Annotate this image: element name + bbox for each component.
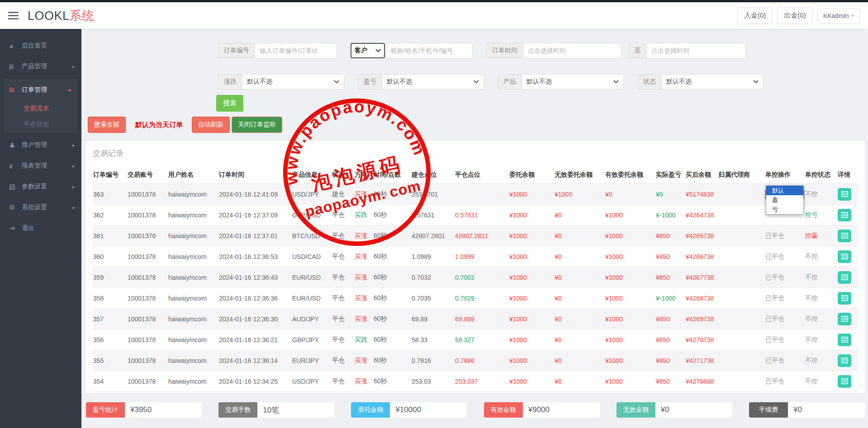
cell-account: 10001378	[128, 274, 156, 281]
cell-name: haiwaiymcom	[168, 191, 207, 198]
detail-button[interactable]	[838, 230, 851, 242]
chevron-right-icon: ▸	[72, 204, 75, 211]
cell-status: 平仓	[332, 273, 345, 281]
cell-account: 10001378	[128, 191, 156, 198]
detail-button[interactable]	[838, 313, 851, 325]
auto-refresh-button[interactable]: 自动刷新	[192, 117, 230, 133]
control-option-1[interactable]: 盈	[766, 195, 803, 205]
cell-name: haiwaiymcom	[168, 378, 207, 385]
detail-button[interactable]	[838, 354, 851, 367]
detail-button[interactable]	[838, 375, 851, 388]
time-start-input[interactable]	[523, 43, 621, 58]
detail-list-icon	[841, 337, 848, 343]
cell-open: 42807.2801	[412, 232, 445, 240]
sidebar-subitem-close-log[interactable]: 平仓日志	[4, 116, 78, 132]
column-header-close: 平仓点位	[455, 166, 509, 184]
deposit-button[interactable]: 入金(0)	[737, 7, 773, 24]
order-no-input[interactable]	[255, 43, 337, 58]
cell-state: 不控	[805, 294, 818, 301]
filter-select-0[interactable]: 默认不选	[242, 74, 344, 89]
sidebar-item-user-manage[interactable]: ♟用户管理▸	[0, 135, 81, 155]
sidebar-item-product-manage[interactable]: Ƀ产品管理▸	[0, 56, 81, 77]
cell-account: 10001378	[128, 315, 156, 323]
detail-list-icon	[841, 212, 848, 218]
cell-status: 平仓	[332, 377, 345, 385]
sidebar-subitem-trade-flow[interactable]: 交易流水	[4, 100, 78, 116]
withdraw-button[interactable]: 出金(0)	[777, 7, 812, 24]
cell-product: GBP/JPY	[292, 336, 319, 343]
search-button[interactable]: 搜索	[216, 95, 243, 112]
detail-button[interactable]	[838, 334, 851, 346]
cell-entrust: ¥1000	[509, 378, 527, 385]
detail-button[interactable]	[838, 209, 851, 221]
column-header-invalid: 无效委托余额	[554, 166, 605, 184]
chevron-right-icon: ▸	[72, 183, 75, 190]
cell-profit: ¥-1000	[656, 212, 676, 219]
cell-valid: ¥0	[605, 191, 612, 198]
cell-dir: 买涨	[355, 253, 367, 260]
sidebar-item-logout[interactable]: ⇥退出	[0, 218, 81, 239]
sidebar-item-system-settings[interactable]: ⚙系统设置▸	[0, 197, 81, 218]
cell-after: ¥5174838	[686, 191, 714, 198]
cell-after: ¥4267738	[686, 274, 714, 281]
time-end-input[interactable]	[646, 43, 746, 58]
table-row-360: 36010001378haiwaiymcom2024-01-16 12:36:5…	[93, 246, 858, 267]
user-menu-button[interactable]: KKadmin▾	[817, 8, 860, 24]
cell-name: haiwaiymcom	[168, 232, 207, 240]
chevron-down-icon: ▾	[851, 13, 854, 19]
cell-name: haiwaiymcom	[168, 212, 207, 219]
yen-icon: ¥	[9, 162, 20, 170]
cell-state: 控亏	[805, 211, 818, 218]
cell-entrust: ¥1000	[509, 315, 527, 323]
cell-name: haiwaiymcom	[168, 295, 207, 302]
cell-close: 0.57831	[455, 212, 478, 219]
cell-state: 不控	[805, 273, 818, 281]
cell-profit: ¥850	[656, 315, 670, 323]
column-header-after: 买后余额	[685, 166, 718, 184]
table-header-row: 订单编号交易账号用户姓名订单时间产品信息状态方向时间/点数建仓点位平仓点位委托余…	[93, 166, 858, 184]
column-header-name: 用户姓名	[168, 166, 218, 184]
cell-product: GBP/USD	[292, 212, 321, 219]
summary-group-3: 有效金额¥9000	[484, 402, 600, 418]
bitcoin-icon: Ƀ	[9, 63, 20, 71]
sidebar-item-dashboard-home[interactable]: ◕后台首页	[0, 35, 81, 56]
user-icon: ♟	[9, 141, 20, 149]
cell-account: 10001378	[128, 295, 156, 302]
detail-button[interactable]	[838, 250, 851, 263]
summary-group-4: 无效金额¥0	[617, 402, 732, 418]
today-orders-note[interactable]: 默认为当天订单	[135, 121, 183, 129]
sidebar-item-params-settings[interactable]: ▤参数设置▸	[0, 176, 81, 197]
cell-time: 2024-01-16 12:36:36	[219, 295, 278, 302]
detail-button[interactable]	[838, 188, 851, 201]
cell-dir: 买涨	[355, 294, 367, 301]
cell-product: AUD/JPY	[292, 315, 319, 323]
cell-invalid: ¥0	[555, 378, 562, 385]
control-option-2[interactable]: 亏	[766, 205, 803, 214]
hamburger-menu-icon[interactable]	[8, 12, 19, 19]
filter-select-2[interactable]: 默认不选	[522, 74, 624, 89]
search-all-button[interactable]: 搜索全部	[88, 117, 126, 133]
detail-list-icon	[841, 233, 848, 239]
filter-select-3[interactable]: 默认不选	[661, 74, 764, 89]
sidebar-item-order-manage[interactable]: ⧉订单管理▸	[4, 80, 78, 100]
detail-button[interactable]	[838, 271, 851, 284]
control-option-0[interactable]: 默认	[766, 186, 803, 195]
cell-op: 已平仓	[765, 273, 784, 281]
column-header-product: 产品信息	[292, 166, 332, 184]
cell-dir: 买涨	[355, 315, 367, 322]
sidebar-item-report-manage[interactable]: ¥报表管理▸	[0, 155, 81, 176]
cell-dir: 买涨	[355, 377, 367, 385]
close-monitor-button[interactable]: 关闭订单监听	[232, 117, 282, 133]
detail-button[interactable]	[838, 292, 851, 305]
cell-id: 355	[93, 357, 104, 364]
cell-entrust: ¥1000	[509, 232, 527, 240]
cell-invalid: ¥0	[555, 232, 562, 240]
detail-list-icon	[841, 357, 848, 363]
summary-label: 手续费	[749, 402, 788, 418]
customer-search-input[interactable]	[386, 43, 473, 58]
customer-type-select[interactable]: 客户	[351, 43, 385, 58]
summary-group-2: 委托金额¥10000	[351, 402, 467, 418]
order-time-label: 订单时间	[486, 43, 523, 58]
filter-select-1[interactable]: 默认不选	[382, 74, 484, 89]
cell-profit: ¥850	[656, 378, 670, 385]
